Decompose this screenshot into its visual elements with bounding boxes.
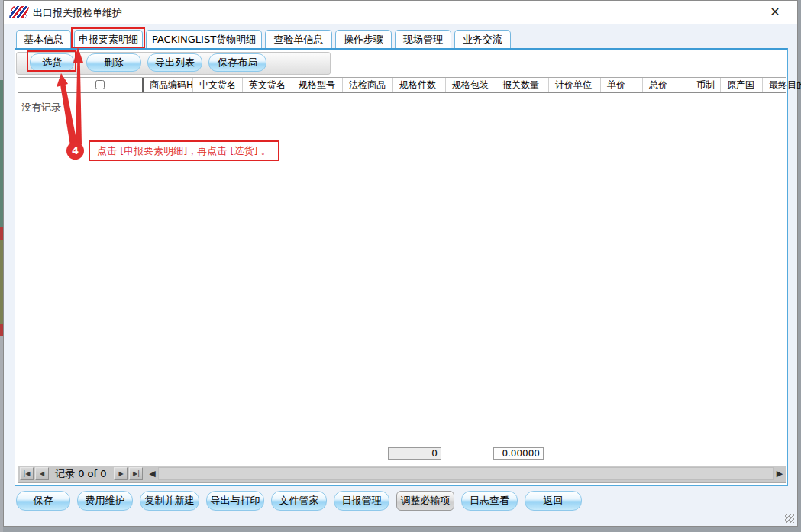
export-print-button[interactable]: 导出与打印	[206, 491, 264, 511]
first-record-icon[interactable]: |◀	[20, 467, 34, 480]
column-header-destination[interactable]: 最终目的国	[763, 78, 801, 92]
horizontal-scrollbar[interactable]	[158, 467, 774, 480]
file-manager-button[interactable]: 文件管家	[271, 491, 327, 511]
no-records-text: 没有记录	[21, 101, 61, 114]
adjust-required-button[interactable]: 调整必输项	[396, 491, 454, 511]
tab-site-management[interactable]: 现场管理	[395, 30, 451, 49]
tab-operation-steps[interactable]: 操作步骤	[335, 30, 392, 49]
checkbox-header-cell	[90, 78, 144, 92]
scroll-left-icon[interactable]: ◀	[146, 467, 158, 480]
daily-report-button[interactable]: 日报管理	[334, 491, 389, 511]
tab-business-exchange[interactable]: 业务交流	[454, 30, 511, 49]
column-header-total-price[interactable]: 总价	[643, 78, 690, 92]
column-header-spec-pieces[interactable]: 规格件数	[393, 78, 446, 92]
record-count-label: 记录 0 of 0	[55, 467, 106, 481]
annotation-text: 点击 [申报要素明细]，再点击 [选货] 。	[89, 140, 279, 161]
scroll-right-icon[interactable]: ▶	[774, 467, 786, 480]
column-header-spec-model[interactable]: 规格型号	[292, 78, 343, 92]
tab-declaration-elements[interactable]: 申报要素明细	[74, 30, 143, 49]
select-goods-button[interactable]: 选货	[30, 53, 74, 72]
column-header-hs-code[interactable]: 商品编码HS	[144, 78, 193, 92]
title-bar: 出口报关报检单维护 ✕	[4, 1, 797, 24]
save-layout-button[interactable]: 保存布局	[208, 53, 266, 72]
export-list-button[interactable]: 导出列表	[147, 53, 202, 72]
total-amount-field: 0.00000	[493, 447, 544, 460]
resize-grip-icon[interactable]	[785, 514, 794, 523]
delete-button[interactable]: 删除	[86, 53, 141, 72]
close-icon[interactable]: ✕	[767, 5, 783, 20]
screen: 出口报关报检单维护 ✕ 基本信息 申报要素明细 PACKINGLIST货物明细 …	[0, 0, 801, 532]
column-header-inspection[interactable]: 法检商品	[343, 78, 393, 92]
app-logo-icon	[8, 6, 29, 18]
column-header-price-unit[interactable]: 计价单位	[549, 78, 601, 92]
log-view-button[interactable]: 日志查看	[461, 491, 518, 511]
column-header-spec-package[interactable]: 规格包装	[446, 78, 496, 92]
window-title: 出口报关报检单维护	[33, 6, 122, 20]
row-header-cell	[18, 78, 90, 92]
tab-packinglist[interactable]: PACKINGLIST货物明细	[146, 30, 262, 49]
column-header-cn-name[interactable]: 中文货名	[193, 78, 243, 92]
tab-inspection-info[interactable]: 查验单信息	[265, 30, 332, 49]
column-header-en-name[interactable]: 英文货名	[243, 78, 292, 92]
column-header-currency[interactable]: 币制	[690, 78, 721, 92]
save-button[interactable]: 保存	[16, 491, 70, 511]
step-number-badge: 4	[66, 142, 84, 160]
footer-button-bar: 保存 费用维护 复制并新建 导出与打印 文件管家 日报管理 调整必输项 日志查看…	[16, 491, 582, 511]
table-header-row: 商品编码HS 中文货名 英文货名 规格型号 法检商品 规格件数 规格包装 报关数…	[18, 78, 786, 93]
prev-record-icon[interactable]: ◀	[35, 467, 49, 480]
goods-table: 商品编码HS 中文货名 英文货名 规格型号 法检商品 规格件数 规格包装 报关数…	[18, 77, 786, 483]
return-button[interactable]: 返回	[525, 491, 582, 511]
select-all-checkbox[interactable]	[95, 80, 105, 89]
next-record-icon[interactable]: ▶	[114, 467, 128, 480]
copy-and-new-button[interactable]: 复制并新建	[140, 491, 199, 511]
tab-basic-info[interactable]: 基本信息	[16, 30, 71, 49]
total-quantity-field: 0	[388, 447, 441, 460]
last-record-icon[interactable]: ▶|	[129, 467, 143, 480]
column-header-unit-price[interactable]: 单价	[601, 78, 643, 92]
record-navigator: |◀ ◀ 记录 0 of 0 ▶ ▶| ◀ ▶	[18, 466, 786, 482]
column-header-origin[interactable]: 原产国	[721, 78, 763, 92]
export-declaration-window: 出口报关报检单维护 ✕ 基本信息 申报要素明细 PACKINGLIST货物明细 …	[3, 0, 798, 527]
column-header-quantity[interactable]: 报关数量	[496, 78, 549, 92]
fee-maintenance-button[interactable]: 费用维护	[77, 491, 133, 511]
